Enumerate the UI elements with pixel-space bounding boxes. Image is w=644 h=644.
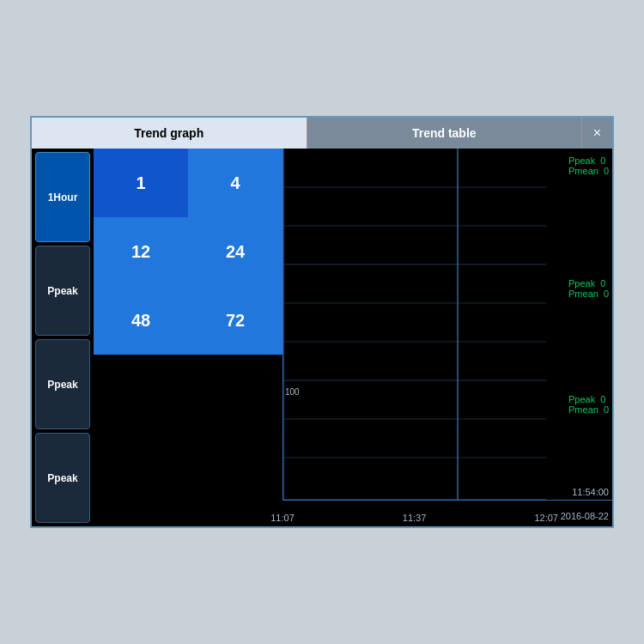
hour-cell-4[interactable]: 4 xyxy=(188,149,283,217)
time-label-end: 12:07 xyxy=(534,513,558,523)
main-window: Trend graph Trend table × 1Hour Ppeak Pp… xyxy=(30,116,614,528)
section3-labels: Ppeak 0 Pmean 0 xyxy=(568,394,609,415)
sidebar-item-ppeak2[interactable]: Ppeak xyxy=(35,339,90,429)
content-area: 1Hour Ppeak Ppeak Ppeak 1 4 xyxy=(32,149,612,526)
chart-area: Ppeak 0 Pmean 0 Ppeak 0 Pmean xyxy=(283,149,612,501)
time-label-mid: 11:37 xyxy=(403,513,427,523)
tab-trend-graph[interactable]: Trend graph xyxy=(32,118,307,149)
sidebar-item-1hour[interactable]: 1Hour xyxy=(35,152,90,242)
close-button[interactable]: × xyxy=(581,118,612,149)
timestamp: 11:54:00 xyxy=(572,487,609,497)
hour-cell-1[interactable]: 1 xyxy=(94,149,188,217)
sidebar-item-ppeak1[interactable]: Ppeak xyxy=(35,246,90,336)
hour-cell-48[interactable]: 48 xyxy=(94,286,188,355)
y-axis-label: 100 xyxy=(285,387,300,397)
date-label: 2016-08-22 xyxy=(561,511,609,521)
hour-cell-24[interactable]: 24 xyxy=(188,217,283,286)
tab-trend-table[interactable]: Trend table xyxy=(307,118,582,149)
section1-labels: Ppeak 0 Pmean 0 xyxy=(568,155,609,176)
sidebar: 1Hour Ppeak Ppeak Ppeak xyxy=(32,149,94,526)
hour-grid: 1 4 12 24 48 72 xyxy=(94,149,283,355)
time-label-start: 11:07 xyxy=(270,513,295,523)
chart-svg xyxy=(283,149,612,500)
hour-cell-72[interactable]: 72 xyxy=(188,286,283,355)
section2-labels: Ppeak 0 Pmean 0 xyxy=(568,278,609,299)
hour-cell-12[interactable]: 12 xyxy=(94,217,188,286)
sidebar-item-ppeak3[interactable]: Ppeak xyxy=(35,433,90,523)
main-chart-area: 1 4 12 24 48 72 xyxy=(94,149,612,526)
title-bar: Trend graph Trend table × xyxy=(32,118,612,149)
